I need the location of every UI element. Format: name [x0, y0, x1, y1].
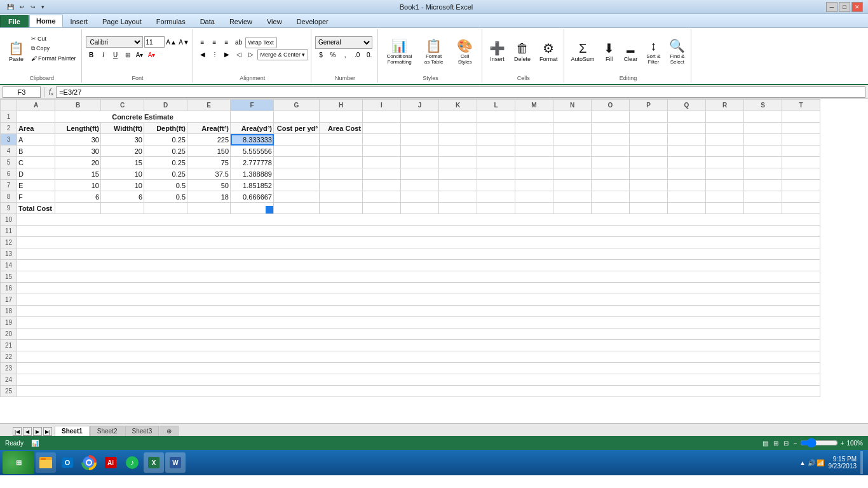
- comma-btn[interactable]: ,: [339, 50, 351, 61]
- paste-button[interactable]: 📋 Paste: [5, 32, 27, 72]
- col-header-E[interactable]: E: [187, 100, 231, 111]
- border-btn[interactable]: ⊞: [122, 49, 133, 60]
- cell-D5[interactable]: 0.25: [144, 157, 187, 168]
- cell-C2[interactable]: Width(ft): [101, 123, 144, 134]
- cell-C7[interactable]: 10: [101, 180, 144, 191]
- show-desktop-btn[interactable]: [860, 451, 863, 474]
- cell-Q3[interactable]: [668, 134, 706, 146]
- cell-E9[interactable]: [187, 203, 231, 214]
- cell-N3[interactable]: [553, 134, 592, 146]
- cell-C4[interactable]: 20: [101, 146, 144, 157]
- cell-C8[interactable]: 6: [101, 191, 144, 203]
- cell-I8[interactable]: [363, 191, 401, 203]
- tab-home[interactable]: Home: [29, 15, 63, 27]
- cell-F8[interactable]: 0.666667: [231, 191, 274, 203]
- cell-K8[interactable]: [439, 191, 477, 203]
- cell-D6[interactable]: 0.25: [144, 168, 187, 180]
- align-top-right-btn[interactable]: ≡: [221, 37, 233, 48]
- cell-P8[interactable]: [630, 191, 668, 203]
- cell-H9[interactable]: [320, 203, 363, 214]
- cell-T5[interactable]: [782, 157, 820, 168]
- cell-R6[interactable]: [706, 168, 744, 180]
- col-header-F[interactable]: F: [231, 100, 274, 111]
- cell-J5[interactable]: [401, 157, 439, 168]
- taskbar-spotify-icon[interactable]: ♪: [122, 452, 142, 473]
- indent-inc-btn[interactable]: ▷: [245, 49, 257, 60]
- cell-R7[interactable]: [706, 180, 744, 191]
- cell-S7[interactable]: [744, 180, 782, 191]
- insert-btn[interactable]: ➕ Insert: [486, 32, 508, 72]
- col-header-G[interactable]: G: [274, 100, 320, 111]
- cell-O7[interactable]: [592, 180, 630, 191]
- cell-M1[interactable]: [515, 111, 553, 123]
- cell-F9[interactable]: [231, 203, 274, 214]
- cell-L9[interactable]: [477, 203, 515, 214]
- cell-N6[interactable]: [553, 168, 592, 180]
- cell-Q5[interactable]: [668, 157, 706, 168]
- fill-color-btn[interactable]: A▾: [134, 49, 146, 60]
- cell-I3[interactable]: [363, 134, 401, 146]
- cell-I5[interactable]: [363, 157, 401, 168]
- zoom-slider[interactable]: [800, 438, 838, 448]
- cell-J9[interactable]: [401, 203, 439, 214]
- align-top-left-btn[interactable]: ≡: [197, 37, 208, 48]
- cell-L6[interactable]: [477, 168, 515, 180]
- tab-formulas[interactable]: Formulas: [149, 15, 193, 27]
- autosum-btn[interactable]: Σ AutoSum: [568, 32, 598, 72]
- cell-B2[interactable]: Length(ft): [55, 123, 101, 134]
- cell-P2[interactable]: [630, 123, 668, 134]
- cell-O6[interactable]: [592, 168, 630, 180]
- cell-B7[interactable]: 10: [55, 180, 101, 191]
- cell-T8[interactable]: [782, 191, 820, 203]
- cell-A8[interactable]: F: [17, 191, 55, 203]
- tab-developer[interactable]: Developer: [290, 15, 336, 27]
- col-header-C[interactable]: C: [101, 100, 144, 111]
- redo-quick-btn[interactable]: ↪: [29, 3, 37, 11]
- font-shrink-btn[interactable]: A▼: [179, 36, 190, 48]
- cell-E7[interactable]: 50: [187, 180, 231, 191]
- cell-S1[interactable]: [744, 111, 782, 123]
- cell-K2[interactable]: [439, 123, 477, 134]
- cell-Q1[interactable]: [668, 111, 706, 123]
- cell-N9[interactable]: [553, 203, 592, 214]
- col-header-A[interactable]: A: [17, 100, 55, 111]
- cell-G3[interactable]: [274, 134, 320, 146]
- close-btn[interactable]: ✕: [851, 2, 863, 12]
- col-header-T[interactable]: T: [782, 100, 820, 111]
- cell-Q2[interactable]: [668, 123, 706, 134]
- cell-I1[interactable]: [363, 111, 401, 123]
- cell-Q8[interactable]: [668, 191, 706, 203]
- cell-F1[interactable]: [231, 111, 274, 123]
- col-header-B[interactable]: B: [55, 100, 101, 111]
- cell-D2[interactable]: Depth(ft): [144, 123, 187, 134]
- zoom-in-btn[interactable]: +: [841, 440, 844, 447]
- cell-D4[interactable]: 0.25: [144, 146, 187, 157]
- cell-F7[interactable]: 1.851852: [231, 180, 274, 191]
- cell-A3[interactable]: A: [17, 134, 55, 146]
- cell-styles-btn[interactable]: 🎨 CellStyles: [451, 32, 479, 72]
- col-header-L[interactable]: L: [477, 100, 515, 111]
- cell-J1[interactable]: [401, 111, 439, 123]
- cell-L8[interactable]: [477, 191, 515, 203]
- underline-btn[interactable]: U: [110, 49, 121, 60]
- cell-G1[interactable]: [274, 111, 320, 123]
- cell-R4[interactable]: [706, 146, 744, 157]
- view-normal-icon[interactable]: ▤: [763, 440, 768, 447]
- cell-R1[interactable]: [706, 111, 744, 123]
- align-right-btn[interactable]: ▶: [221, 49, 233, 60]
- cell-K9[interactable]: [439, 203, 477, 214]
- cell-T6[interactable]: [782, 168, 820, 180]
- cell-T4[interactable]: [782, 146, 820, 157]
- sheet-tab-2[interactable]: Sheet2: [90, 426, 125, 436]
- col-header-R[interactable]: R: [706, 100, 744, 111]
- cell-B6[interactable]: 15: [55, 168, 101, 180]
- cell-J2[interactable]: [401, 123, 439, 134]
- taskbar-acrobat-icon[interactable]: Ai: [100, 452, 121, 473]
- cell-N2[interactable]: [553, 123, 592, 134]
- zoom-out-btn[interactable]: −: [794, 440, 797, 447]
- taskbar-outlook-icon[interactable]: O: [57, 452, 78, 473]
- cell-N1[interactable]: [553, 111, 592, 123]
- cell-C3[interactable]: 30: [101, 134, 144, 146]
- cell-P6[interactable]: [630, 168, 668, 180]
- cell-M8[interactable]: [515, 191, 553, 203]
